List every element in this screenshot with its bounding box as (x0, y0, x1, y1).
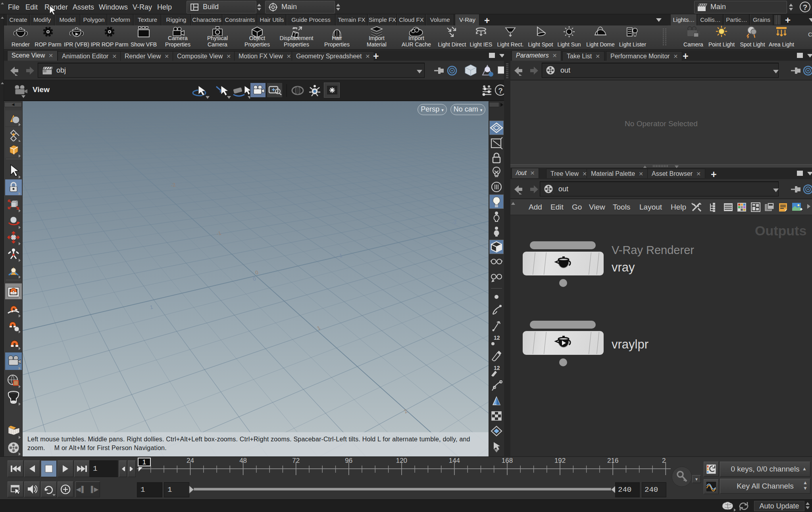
svg-text:96: 96 (345, 457, 352, 464)
svg-text:48: 48 (239, 457, 247, 464)
svg-text:2: 2 (662, 457, 666, 464)
svg-text:12: 12 (494, 335, 500, 341)
svg-text:216: 216 (607, 457, 618, 464)
svg-text:168: 168 (502, 457, 513, 464)
svg-text:192: 192 (554, 457, 566, 464)
svg-text:24: 24 (187, 457, 194, 464)
svg-text:120: 120 (396, 457, 407, 464)
svg-text:144: 144 (449, 457, 460, 464)
svg-text:12: 12 (494, 365, 500, 371)
svg-text:72: 72 (292, 457, 300, 464)
